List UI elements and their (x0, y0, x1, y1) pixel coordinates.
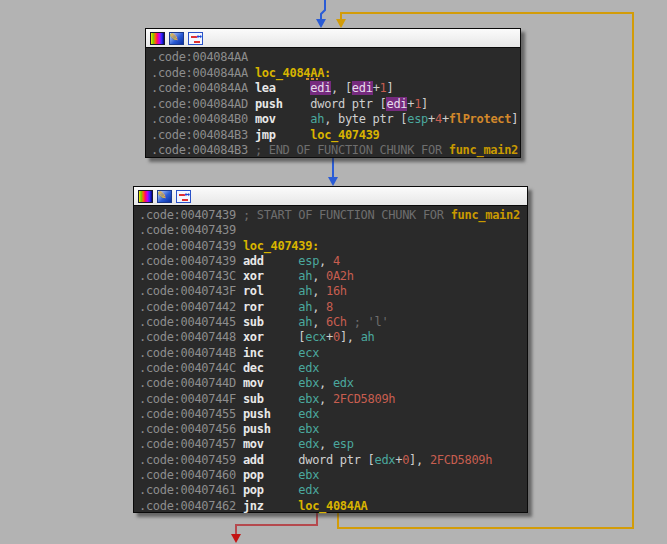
cursor-position-mark (306, 78, 318, 80)
token-addr: .code:00407460 (139, 468, 243, 482)
code-line[interactable]: .code:0040744C dec edx (139, 361, 527, 376)
group-node-icon[interactable] (188, 32, 203, 45)
token-addr: .code:004084AA (151, 81, 255, 95)
code-line[interactable]: .code:004084AA loc_4084AA: (151, 66, 520, 82)
token-addr: .code:004084AD (151, 97, 255, 111)
edit-node-icon[interactable] (169, 32, 184, 45)
token-addr: .code:00407459 (139, 453, 243, 467)
token-fn: func_main2 (449, 143, 518, 157)
token-reg: ecx (305, 330, 326, 344)
token-mn: jnz (243, 499, 264, 513)
code-line[interactable]: .code:004084AA lea edi, [edi+1] (151, 81, 520, 97)
code-line[interactable]: .code:00407439 loc_407439: (139, 239, 527, 254)
token-txt (264, 468, 299, 482)
token-txt (264, 361, 299, 375)
code-line[interactable]: .code:0040744B inc ecx (139, 346, 527, 361)
token-txt (264, 254, 299, 268)
token-addr: .code:0040744D (139, 376, 243, 390)
token-num: 8 (326, 300, 333, 314)
code-line[interactable]: .code:0040744F sub ebx, 2FCD5809h (139, 392, 527, 407)
code-line[interactable]: .code:00407459 add dword ptr [edx+0], 2F… (139, 453, 527, 468)
token-addr: .code:004084AA (151, 50, 248, 64)
edit-node-icon[interactable] (157, 190, 172, 203)
edge-loop-taken-yellow-arrowhead (336, 19, 346, 28)
token-addr: .code:004084B0 (151, 112, 255, 126)
token-txt: , (312, 284, 326, 298)
node-title-bar[interactable] (134, 187, 527, 206)
token-addr: .code:00407439 (139, 223, 236, 237)
token-txt (264, 376, 299, 390)
code-line[interactable]: .code:00407456 push ebx (139, 422, 527, 437)
node-color-icon[interactable] (150, 32, 165, 45)
code-line[interactable]: .code:00407457 mov edx, esp (139, 437, 527, 452)
token-mn: lea (255, 81, 276, 95)
token-cmt: ; START OF FUNCTION CHUNK FOR (243, 208, 451, 222)
code-line[interactable]: .code:00407462 jnz loc_4084AA (139, 499, 527, 514)
token-txt: + (442, 112, 449, 126)
graph-view[interactable]: .code:004084AA.code:004084AA loc_4084AA:… (0, 0, 667, 544)
token-mn: mov (243, 437, 264, 451)
token-addr: .code:00407439 (139, 254, 243, 268)
code-line[interactable]: .code:004084AD push dword ptr [edi+1] (151, 97, 520, 113)
node-color-icon[interactable] (138, 190, 153, 203)
code-line[interactable]: .code:0040744D mov ebx, edx (139, 376, 527, 391)
token-reg: edx (298, 407, 319, 421)
token-txt (271, 422, 299, 436)
token-addr: .code:00407439 (139, 208, 243, 222)
token-hl: edi (386, 97, 407, 111)
token-addr: .code:00407439 (139, 239, 243, 253)
code-line[interactable]: .code:00407439 add esp, 4 (139, 254, 527, 269)
token-addr: .code:004084B3 (151, 143, 255, 157)
token-num: 0 (333, 330, 340, 344)
token-txt: ], (409, 453, 430, 467)
token-addr: .code:0040743F (139, 284, 243, 298)
code-line[interactable]: .code:0040743C xor ah, 0A2h (139, 269, 527, 284)
token-num: 4 (333, 254, 340, 268)
token-mn: push (255, 97, 283, 111)
basic-block-407439[interactable]: .code:00407439 ; START OF FUNCTION CHUNK… (133, 186, 528, 513)
code-line[interactable]: .code:00407442 ror ah, 8 (139, 300, 527, 315)
token-txt: , (319, 254, 333, 268)
token-reg: ah (310, 112, 324, 126)
code-line[interactable]: .code:004084B3 ; END OF FUNCTION CHUNK F… (151, 143, 520, 159)
token-txt: + (326, 330, 333, 344)
token-txt: dword ptr [ (283, 97, 387, 111)
token-num: 0A2h (326, 269, 354, 283)
token-lbl: loc_4084AA (298, 499, 367, 513)
code-line[interactable]: .code:0040743F rol ah, 16h (139, 284, 527, 299)
code-line[interactable]: .code:00407455 push edx (139, 407, 527, 422)
token-txt: + (373, 81, 380, 95)
code-line[interactable]: .code:00407461 pop edx (139, 483, 527, 498)
token-mn: xor (243, 330, 264, 344)
code-line[interactable]: .code:00407460 pop ebx (139, 468, 527, 483)
token-mn: jmp (255, 128, 276, 142)
code-line[interactable]: .code:004084AA (151, 50, 520, 66)
token-txt: , (319, 437, 333, 451)
edge-incoming-blue-arrowhead (316, 19, 326, 28)
token-addr: .code:0040744C (139, 361, 243, 375)
token-txt: , (312, 315, 326, 329)
group-node-icon[interactable] (176, 190, 191, 203)
node-title-bar[interactable] (146, 29, 520, 48)
token-addr: .code:0040744F (139, 392, 243, 406)
token-addr: .code:00407461 (139, 483, 243, 497)
token-addr: .code:00407442 (139, 300, 243, 314)
basic-block-4084AA[interactable]: .code:004084AA.code:004084AA loc_4084AA:… (145, 28, 521, 158)
token-txt: ] (387, 81, 394, 95)
code-line[interactable]: .code:004084B0 mov ah, byte ptr [esp+4+f… (151, 112, 520, 128)
code-line[interactable]: .code:004084B3 jmp loc_407439 (151, 128, 520, 144)
token-txt (264, 315, 299, 329)
token-addr: .code:00407455 (139, 407, 243, 421)
code-line[interactable]: .code:00407445 sub ah, 6Ch ; 'l' (139, 315, 527, 330)
token-mn: add (243, 254, 264, 268)
code-line[interactable]: .code:00407439 ; START OF FUNCTION CHUNK… (139, 208, 527, 223)
token-reg: edx (298, 437, 319, 451)
token-reg: esp (298, 254, 319, 268)
code-line[interactable]: .code:00407448 xor [ecx+0], ah (139, 330, 527, 345)
token-mn: pop (243, 468, 264, 482)
token-mn: pop (243, 483, 264, 497)
code-line[interactable]: .code:00407439 (139, 223, 527, 238)
token-txt: , byte ptr [ (324, 112, 407, 126)
token-cmt: ; 'l' (347, 315, 389, 329)
token-reg: ah (298, 300, 312, 314)
